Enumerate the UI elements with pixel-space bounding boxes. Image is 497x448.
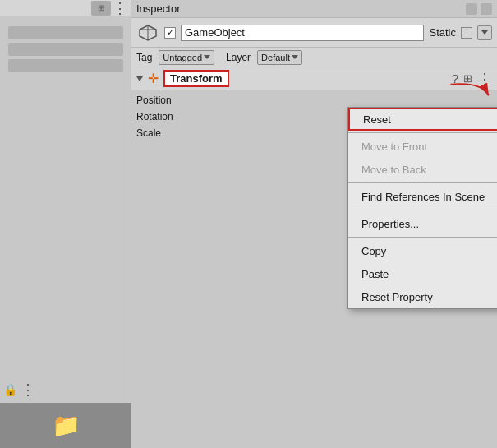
left-folder-area: 📁: [0, 403, 131, 448]
inspector-minimize-btn[interactable]: [466, 3, 477, 15]
layer-value: Default: [261, 53, 290, 62]
ctx-paste[interactable]: Paste ›: [348, 262, 497, 285]
ctx-move-back: Move to Back: [348, 158, 497, 181]
gameobject-name-input[interactable]: [181, 25, 424, 41]
gameobject-header: ✓ Static: [131, 18, 497, 48]
inspector-title: Inspector: [136, 2, 462, 15]
ctx-move-front: Move to Front: [348, 135, 497, 158]
tag-dropdown[interactable]: Untagged: [159, 50, 214, 65]
left-item-1: [8, 26, 123, 39]
ctx-reset-label: Reset: [363, 113, 391, 126]
static-dropdown[interactable]: [477, 25, 492, 40]
ctx-paste-label: Paste: [361, 268, 389, 280]
left-panel: ⊞ ⋮ 🔒 ⋮ 🏷 ★ 🖌 21 📁: [0, 0, 131, 448]
context-menu: Reset Move to Front Move to Back Find Re…: [347, 107, 497, 309]
ctx-copy-label: Copy: [361, 245, 386, 257]
left-item-3: [8, 59, 123, 72]
ctx-find-references[interactable]: Find References In Scene: [348, 185, 497, 208]
lock-icon: 🔒: [3, 383, 17, 396]
transform-settings-icon[interactable]: ⊞: [463, 72, 472, 85]
tag-label: Tag: [136, 52, 152, 63]
panel-icon: ⊞: [91, 1, 111, 16]
ctx-copy[interactable]: Copy ›: [348, 239, 497, 262]
inspector-close-btn[interactable]: [481, 3, 492, 15]
rotation-label: Rotation: [136, 111, 202, 122]
ctx-sep-3: [348, 210, 497, 210]
left-panel-items: [0, 16, 131, 82]
inspector-panel: Inspector ✓ Static Tag Untagged Layer: [131, 0, 497, 448]
ctx-reset[interactable]: Reset: [348, 108, 497, 131]
gameobject-active-checkbox[interactable]: ✓: [164, 27, 176, 39]
static-checkbox[interactable]: [461, 27, 472, 39]
transform-icon: ✛: [148, 71, 159, 86]
left-bottom-icons: 🔒 ⋮: [3, 381, 35, 399]
ctx-properties-label: Properties...: [361, 218, 419, 230]
transform-header: ✛ Transform ? ⊞ ⋮: [131, 67, 497, 90]
layer-dropdown-arrow: [292, 55, 298, 59]
position-label: Position: [136, 95, 202, 106]
layer-label: Layer: [226, 52, 251, 63]
tag-dropdown-arrow: [204, 55, 210, 59]
transform-header-icons: ? ⊞ ⋮: [452, 70, 492, 88]
left-item-2: [8, 43, 123, 56]
ctx-reset-property-label: Reset Property: [361, 291, 433, 303]
transform-collapse-arrow[interactable]: [136, 76, 143, 81]
panel-menu-icon[interactable]: ⋮: [113, 0, 127, 17]
ctx-sep-1: [348, 132, 497, 133]
ctx-reset-property[interactable]: Reset Property ›: [348, 285, 497, 308]
ctx-find-references-label: Find References In Scene: [361, 191, 485, 203]
transform-title: Transform: [163, 70, 229, 87]
position-row: Position: [131, 92, 497, 109]
left-panel-topbar: ⊞ ⋮: [0, 0, 131, 16]
inspector-titlebar: Inspector: [131, 0, 497, 18]
transform-menu-icon[interactable]: ⋮: [477, 70, 492, 88]
tag-layer-row: Tag Untagged Layer Default: [131, 48, 497, 67]
ctx-sep-4: [348, 237, 497, 238]
ctx-properties[interactable]: Properties...: [348, 212, 497, 235]
gameobject-icon: [136, 21, 159, 44]
ctx-sep-2: [348, 182, 497, 183]
ctx-move-back-label: Move to Back: [361, 164, 426, 176]
checkbox-check: ✓: [167, 27, 174, 38]
transform-help-icon[interactable]: ?: [452, 72, 458, 85]
scale-label: Scale: [136, 127, 202, 139]
tag-value: Untagged: [163, 53, 202, 62]
static-dropdown-arrow: [481, 30, 488, 35]
kebab-icon: ⋮: [21, 381, 35, 399]
ctx-move-front-label: Move to Front: [361, 141, 427, 153]
static-label: Static: [429, 26, 456, 39]
folder-icon: 📁: [52, 412, 81, 439]
layer-dropdown[interactable]: Default: [257, 50, 302, 65]
